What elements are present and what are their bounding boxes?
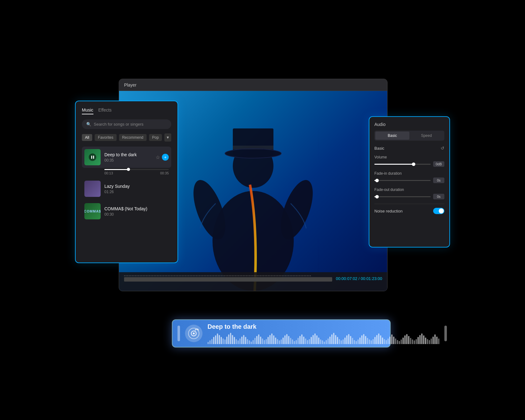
waveform-bar-113 [419, 335, 421, 344]
timeline-dot-17 [151, 275, 152, 276]
filter-favorites[interactable]: Favorites [95, 134, 116, 141]
waveform-bar-111 [416, 339, 417, 344]
waveform-bar-36 [275, 338, 276, 344]
audio-btn-speed[interactable]: Speed [409, 132, 443, 140]
timeline-dot-64 [224, 275, 225, 276]
waveform-bar-49 [299, 336, 301, 344]
panel-tabs: Music Effects [82, 108, 171, 114]
volume-slider[interactable] [374, 164, 431, 165]
volume-knob[interactable] [412, 162, 415, 166]
np-handle-left[interactable] [178, 326, 180, 341]
timeline-dot-113 [301, 275, 302, 276]
waveform-bar-58 [316, 335, 318, 344]
timeline-dot-65 [226, 275, 227, 276]
timeline-dot-81 [251, 275, 252, 276]
timeline-dot-98 [277, 275, 278, 276]
search-icon: 🔍 [86, 122, 91, 127]
timeline-dot-20 [155, 275, 156, 276]
waveform-bar-25 [254, 338, 256, 344]
waveform-bar-82 [361, 335, 362, 344]
timeline-dot-16 [149, 275, 150, 276]
timeline-dot-14 [146, 275, 147, 276]
search-placeholder-text: Search for songs or singers [94, 122, 143, 127]
timeline-track[interactable] [124, 277, 332, 282]
reset-icon[interactable]: ↺ [441, 146, 444, 151]
add-song-1[interactable]: + [162, 154, 169, 161]
waveform-bar-118 [429, 340, 430, 344]
waveform-bar-30 [264, 340, 265, 344]
music-panel: Music Effects 🔍 Search for songs or sing… [75, 101, 178, 263]
timeline-dot-109 [294, 275, 295, 276]
song-info-3: COMMA$ (Not Today) 00:30 [104, 206, 169, 217]
timeline-dot-116 [305, 275, 306, 276]
fade-out-slider[interactable] [374, 196, 431, 197]
progress-track[interactable] [104, 169, 169, 170]
scene: Player [75, 54, 450, 366]
waveform-bar-1 [209, 340, 211, 344]
timeline-dot-59 [216, 275, 217, 276]
timeline-dot-110 [296, 275, 297, 276]
waveform-bar-29 [262, 338, 263, 344]
timeline-dot-25 [163, 275, 164, 276]
song-thumb-1 [84, 149, 101, 165]
pause-icon-1 [89, 153, 96, 161]
timeline-dot-67 [229, 275, 230, 276]
fade-in-slider[interactable] [374, 180, 431, 181]
timeline-dot-1 [126, 275, 127, 276]
np-handle-right[interactable] [444, 326, 447, 341]
waveform-bar-24 [252, 340, 254, 344]
waveform-bar-104 [402, 338, 404, 344]
timeline-time: 00:00:07:02 / 00:01:23:00 [336, 276, 382, 281]
artist-silhouette [178, 110, 328, 291]
timeline-dot-61 [219, 275, 220, 276]
waveform-bar-74 [346, 335, 348, 344]
fade-out-fill [374, 196, 377, 197]
timeline-dot-115 [304, 275, 305, 276]
waveform-bar-103 [401, 339, 402, 344]
filter-more-button[interactable]: ▼ [164, 133, 171, 142]
timeline-dot-105 [288, 275, 289, 276]
song-duration-2: 01:26 [104, 190, 169, 194]
fade-in-knob[interactable] [375, 179, 379, 182]
volume-value: 0dB [433, 161, 444, 167]
commas-label: COMMA$ [84, 209, 101, 213]
song-actions-1: ☆ + [156, 154, 169, 161]
waveform-bar-52 [305, 338, 306, 344]
waveform-bar-79 [356, 341, 357, 344]
timeline-dot-49 [201, 275, 202, 276]
timeline-dot-37 [182, 275, 183, 276]
waveform-bar-112 [418, 337, 419, 344]
song-item-2[interactable]: Lazy Sunday 01:26 [82, 178, 171, 199]
filter-all[interactable]: All [82, 134, 92, 141]
waveform-bar-109 [412, 339, 413, 344]
favorite-star-1[interactable]: ☆ [156, 154, 160, 160]
search-bar[interactable]: 🔍 Search for songs or singers [82, 119, 171, 129]
fade-out-knob[interactable] [375, 195, 379, 198]
waveform-bar-47 [296, 340, 297, 344]
tab-music[interactable]: Music [82, 108, 93, 114]
timeline-dot-46 [196, 275, 197, 276]
waveform-bar-107 [408, 336, 409, 344]
filter-recommend[interactable]: Recommend [119, 134, 147, 141]
noise-reduction-toggle[interactable] [433, 208, 444, 214]
fade-in-control: Fade-in duration 0s [374, 171, 444, 183]
toggle-knob [439, 208, 444, 213]
song-item-1[interactable]: Deep to the dark 00:35 ☆ + [82, 147, 171, 168]
song-name-1: Deep to the dark [104, 152, 152, 157]
tab-effects[interactable]: Effects [98, 108, 112, 114]
timeline-dot-89 [263, 275, 264, 276]
song-item-3[interactable]: COMMA$ COMMA$ (Not Today) 00:30 [82, 201, 171, 222]
timeline-dot-32 [174, 275, 175, 276]
timeline-dot-84 [255, 275, 256, 276]
waveform-bar-48 [298, 338, 299, 344]
waveform-bar-17 [239, 338, 241, 344]
waveform-bar-14 [234, 337, 235, 344]
filter-pop[interactable]: Pop [149, 134, 162, 141]
audio-btn-basic[interactable]: Basic [375, 132, 409, 140]
waveform-bar-70 [339, 339, 340, 344]
waveform-bar-69 [337, 337, 338, 344]
timeline-dot-19 [154, 275, 155, 276]
timeline-dot-103 [285, 275, 286, 276]
timeline-dot-102 [283, 275, 284, 276]
waveform-bar-10 [226, 337, 228, 344]
